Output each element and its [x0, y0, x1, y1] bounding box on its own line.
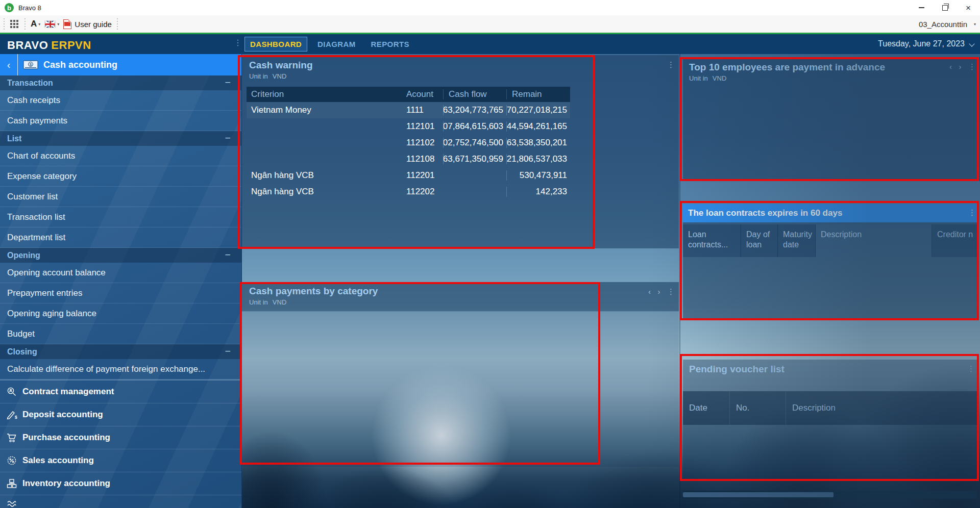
language-button[interactable]: ▾	[44, 20, 59, 28]
unit-prefix: Unit in	[249, 72, 268, 80]
table-row[interactable]: 112101 07,864,615,603 44,594,261,165	[247, 118, 570, 135]
sidebar-item-prepayment-entries[interactable]: Prepayment entries	[0, 283, 241, 303]
next-icon[interactable]: ›	[959, 62, 962, 71]
font-tool-button[interactable]: A ▾	[31, 19, 40, 29]
section-label: Transaction	[7, 79, 53, 88]
column-header[interactable]: Acount	[400, 89, 443, 99]
panel-menu-icon[interactable]: ⋮	[667, 60, 675, 69]
sidebar-module-contract-management[interactable]: Contract management	[0, 380, 241, 403]
sidebar-module-cash-accounting[interactable]: ‹ $ Cash accounting	[0, 54, 241, 75]
column-header[interactable]: Description	[786, 391, 979, 425]
app-header: BRAVOERPVN ⋮ DASHBOARD DIAGRAM REPORTS T…	[0, 33, 980, 54]
unit-label: Unit inVND	[249, 72, 313, 80]
column-header[interactable]: Maturity date	[778, 224, 816, 257]
scrollbar-handle[interactable]	[683, 492, 834, 497]
collapse-minus-icon[interactable]: –	[226, 77, 230, 87]
prev-icon[interactable]: ‹	[648, 287, 651, 296]
sidebar-module-sales-accounting[interactable]: Sales accounting	[0, 449, 241, 472]
cell-cashflow: 63,204,773,765	[443, 105, 506, 115]
panel-cash-payments-by-category: Cash payments by category Unit inVND ‹ ›…	[242, 282, 679, 467]
sidebar-item-department-list[interactable]: Department list	[0, 227, 241, 248]
minimize-button[interactable]	[910, 0, 933, 15]
chevron-down-icon: ▾	[57, 22, 59, 27]
prev-icon[interactable]: ‹	[949, 62, 952, 71]
chevron-down-icon[interactable]	[969, 41, 974, 46]
sidebar-item-customer-list[interactable]: Customer list	[0, 187, 241, 207]
sidebar-item-opening-aging-balance[interactable]: Opening aging balance	[0, 303, 241, 324]
sidebar-module-inventory-accounting[interactable]: Inventory accounting	[0, 472, 241, 495]
sidebar-module-deposit-accounting[interactable]: $ Deposit accounting	[0, 403, 241, 426]
cell-remain: 142,233	[506, 187, 570, 197]
collapse-minus-icon[interactable]: –	[226, 249, 230, 260]
sidebar-item-expense-category[interactable]: Expense category	[0, 166, 241, 187]
panel-menu-icon[interactable]: ⋮	[967, 364, 975, 373]
sidebar-item-cash-payments[interactable]: Cash payments	[0, 111, 241, 131]
sidebar-section-transaction[interactable]: Transaction –	[0, 75, 241, 90]
panel-menu-icon[interactable]: ⋮	[667, 287, 675, 296]
uk-flag-icon	[44, 20, 56, 28]
sidebar-item-calculate-difference[interactable]: Calculate difference of payment foreign …	[0, 359, 241, 379]
tab-dashboard[interactable]: DASHBOARD	[244, 37, 307, 52]
table-row[interactable]: Vietnam Money 1111 63,204,773,765 70,227…	[247, 102, 570, 118]
toolbar-grip[interactable]	[116, 18, 119, 30]
collapse-minus-icon[interactable]: –	[226, 133, 230, 143]
tab-diagram[interactable]: DIAGRAM	[312, 37, 360, 51]
sidebar-section-list[interactable]: List –	[0, 131, 241, 146]
sidebar-item-budget[interactable]: Budget	[0, 324, 241, 344]
sidebar-module-label: Cash accounting	[43, 60, 117, 70]
table-header-row: Criterion Acount Cash flow Remain	[247, 87, 570, 102]
panel-pending-voucher-list: Pending voucher list ⋮ Date No. Descript…	[683, 360, 979, 481]
profile-selector-label[interactable]: 03_Accounttin	[919, 20, 967, 29]
cell-account: 112202	[400, 187, 443, 197]
cell-remain: 530,473,911	[506, 170, 570, 181]
section-label: Opening	[7, 251, 40, 260]
partial-module-icon	[6, 498, 17, 508]
sidebar-module-purchase-accounting[interactable]: Purchase accounting	[0, 426, 241, 449]
panel-top10-employees: Top 10 employees are payment in advance …	[683, 57, 980, 181]
dashboard-area: Cash warning Unit inVND ⋮ Criterion Acou…	[242, 54, 980, 508]
collapse-minus-icon[interactable]: –	[226, 346, 230, 356]
sidebar-section-opening[interactable]: Opening –	[0, 248, 241, 263]
sidebar-item-chart-of-accounts[interactable]: Chart of accounts	[0, 146, 241, 166]
window-title: Bravo 8	[18, 4, 41, 12]
column-header[interactable]: Remain	[506, 89, 570, 99]
collapse-back-button[interactable]: ‹	[0, 54, 18, 75]
column-header[interactable]: Date	[683, 391, 730, 425]
sidebar-item-transaction-list[interactable]: Transaction list	[0, 207, 241, 227]
sidebar: ‹ $ Cash accounting Transaction – Cash r…	[0, 54, 242, 508]
column-header[interactable]: Criterion	[247, 89, 400, 99]
user-guide-button[interactable]: User guide	[63, 19, 112, 29]
column-header[interactable]: Creditor n	[932, 224, 979, 257]
svg-text:$: $	[15, 415, 17, 420]
sidebar-module-partial[interactable]	[0, 495, 241, 507]
sidebar-item-cash-receipts[interactable]: Cash receipts	[0, 90, 241, 111]
table-row[interactable]: Ngân hàng VCB 112202 142,233	[247, 184, 570, 200]
column-header[interactable]: Loan contracts...	[683, 224, 741, 257]
column-header[interactable]: No.	[730, 391, 786, 425]
tab-reports[interactable]: REPORTS	[366, 37, 414, 51]
table-row[interactable]: 112108 63,671,350,959 21,806,537,033	[247, 151, 570, 167]
next-icon[interactable]: ›	[658, 287, 660, 296]
column-header[interactable]: Description	[816, 224, 932, 257]
column-header[interactable]: Cash flow	[443, 89, 506, 99]
date-selector[interactable]: Tuesday, June 27, 2023	[878, 39, 965, 48]
splitter-grip-icon[interactable]: ⋮	[234, 38, 242, 47]
grid-icon	[10, 19, 19, 29]
column-header[interactable]: Day of loan	[741, 224, 778, 257]
cell-cashflow: 63,671,350,959	[443, 154, 506, 164]
apps-grid-button[interactable]	[10, 19, 19, 29]
toolbar-grip[interactable]	[23, 18, 26, 30]
toolbar-grip[interactable]	[3, 18, 5, 30]
panel-menu-icon[interactable]: ⋮	[968, 208, 976, 217]
restore-button[interactable]	[933, 0, 957, 15]
panel-menu-icon[interactable]: ⋮	[968, 62, 976, 71]
close-button[interactable]: ×	[957, 0, 980, 15]
sidebar-item-opening-account-balance[interactable]: Opening account balance	[0, 263, 241, 283]
horizontal-scrollbar[interactable]	[683, 491, 977, 499]
sidebar-section-closing[interactable]: Closing –	[0, 344, 241, 359]
unit-prefix: Unit in	[249, 298, 268, 306]
table-row[interactable]: 112102 02,752,746,500 63,538,350,201	[247, 135, 570, 151]
table-row[interactable]: Ngân hàng VCB 112201 530,473,911	[247, 167, 570, 184]
chevron-down-icon[interactable]: ▾	[974, 22, 976, 27]
cell-remain: 44,594,261,165	[506, 121, 570, 132]
